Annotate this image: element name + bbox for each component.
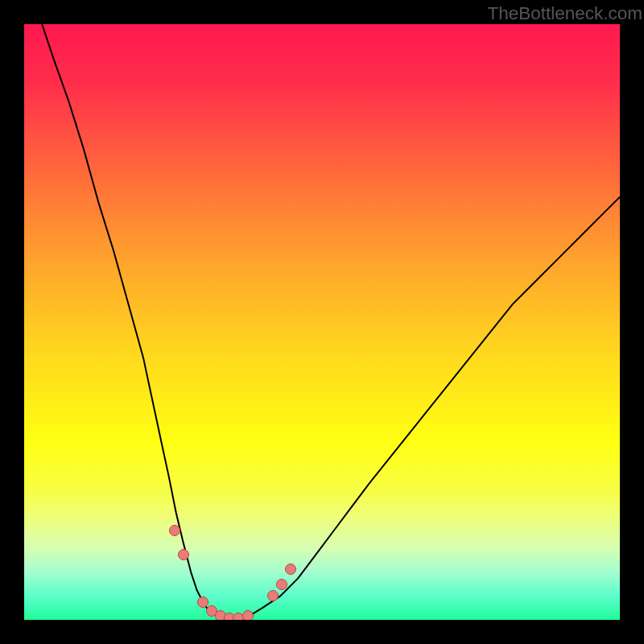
plot-area — [24, 24, 620, 620]
data-point — [197, 597, 208, 608]
data-point — [242, 610, 254, 620]
watermark: TheBottleneck.com — [487, 3, 642, 24]
dots-layer — [24, 24, 620, 620]
chart-container: TheBottleneck.com — [0, 0, 644, 644]
data-point — [267, 590, 279, 601]
data-point — [276, 579, 287, 590]
data-point — [285, 564, 296, 575]
data-point — [169, 525, 180, 536]
data-point — [178, 549, 189, 560]
